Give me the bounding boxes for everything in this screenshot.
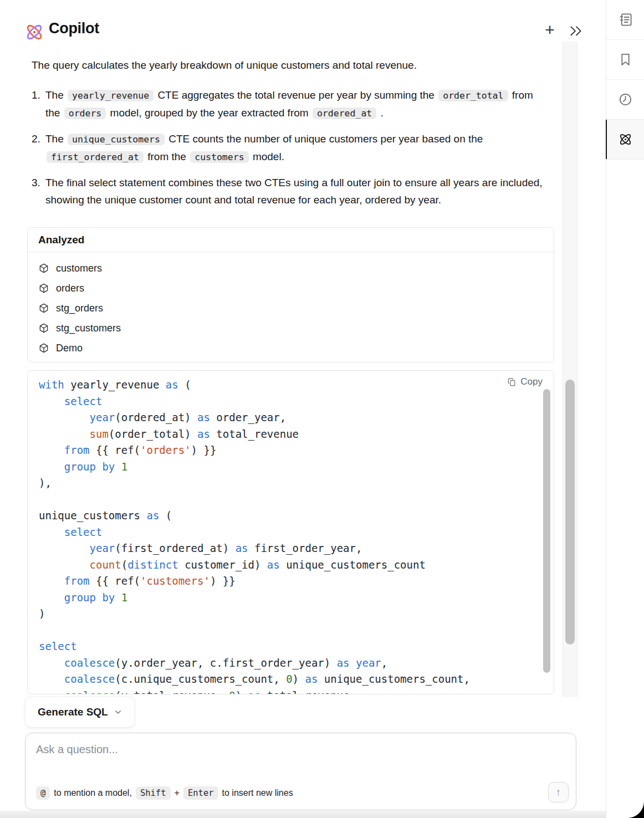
inline-code-chip: yearly_revenue (68, 90, 154, 101)
model-cube-icon (38, 342, 49, 354)
code-line: group by 1 (39, 459, 543, 476)
ask-question-input[interactable]: Ask a question... (36, 743, 118, 756)
window-bottom-edge (0, 811, 606, 818)
analyzed-model-row[interactable]: stg_customers (38, 318, 543, 338)
code-line: ), (39, 475, 543, 492)
code-line: count(distinct customer_id) as unique_cu… (39, 557, 543, 574)
inline-code-chip: @ (36, 786, 50, 800)
code-line: with yearly_revenue as ( (39, 377, 543, 393)
panel-scrollbar-track[interactable] (563, 42, 577, 697)
inline-code-chip: first_ordered_at (47, 151, 144, 163)
copy-label: Copy (520, 376, 543, 387)
chevron-down-icon (114, 708, 122, 716)
code-line: year(ordered_at) as order_year, (39, 410, 543, 426)
model-name: stg_customers (56, 323, 121, 334)
code-line: group by 1 (39, 590, 543, 606)
step-number: 1. (32, 86, 45, 122)
inline-code-chip: ordered_at (313, 108, 376, 119)
input-hints: @to mention a model,Shift+Enterto insert… (36, 786, 293, 800)
bookmark-icon (618, 52, 633, 67)
analyzed-card: Analyzed customers orders stg_orders stg… (27, 227, 554, 362)
analyzed-model-row[interactable]: orders (38, 278, 543, 298)
sidebar-item-copilot[interactable] (606, 120, 644, 160)
copilot-logo-icon (24, 22, 44, 42)
send-button[interactable]: ↑ (548, 782, 569, 802)
copy-button[interactable]: Copy (507, 376, 543, 387)
model-name: orders (56, 283, 84, 294)
chevrons-right-icon (569, 24, 583, 38)
step-text: The unique_customers CTE counts the numb… (45, 130, 549, 166)
code-line: coalesce(y.order_year, c.first_order_yea… (39, 655, 543, 672)
code-line: from {{ ref('orders') }} (39, 442, 543, 459)
sql-code-block: with yearly_revenue as ( select year(ord… (27, 370, 554, 694)
new-thread-button[interactable]: + (540, 20, 560, 40)
analyzed-title: Analyzed (28, 228, 554, 252)
window-corner (619, 800, 644, 818)
step-item: 1.The yearly_revenue CTE aggregates the … (32, 86, 549, 122)
window-corner-mask (619, 800, 644, 818)
step-text: The final select statement combines thes… (45, 174, 549, 208)
model-name: customers (56, 263, 102, 274)
step-item: 2.The unique_customers CTE counts the nu… (32, 130, 549, 166)
code-lines: with yearly_revenue as ( select year(ord… (28, 371, 554, 694)
model-name: stg_orders (56, 303, 103, 314)
collapse-panel-button[interactable] (569, 24, 583, 37)
model-cube-icon (38, 263, 49, 274)
code-line: coalesce(c.unique_customers_count, 0) as… (39, 671, 543, 688)
copilot-panel: Copilot + The query calculates the yearl… (0, 0, 644, 818)
step-item: 3.The final select statement combines th… (32, 174, 549, 208)
model-name: Demo (56, 342, 83, 354)
code-line: unique_customers as ( (39, 508, 543, 524)
code-line: ) (39, 606, 543, 622)
arrow-up-icon: ↑ (556, 786, 561, 798)
step-number: 2. (32, 130, 45, 166)
inline-code-chip: Shift (136, 786, 171, 800)
code-line (39, 622, 543, 639)
history-clock-icon (618, 92, 633, 107)
code-line: select (39, 524, 543, 541)
code-scrollbar-thumb[interactable] (543, 389, 550, 673)
notebook-icon (618, 12, 633, 27)
model-cube-icon (38, 323, 49, 334)
code-line: select (39, 638, 543, 655)
generate-sql-label: Generate SQL (38, 706, 108, 718)
panel-title: Copilot (49, 20, 99, 37)
code-line: coalesce(y.total_revenue, 0) as total_re… (39, 688, 543, 695)
analyzed-model-row[interactable]: customers (38, 258, 543, 278)
inline-code-chip: customers (190, 151, 248, 163)
sidebar-item-notebook[interactable] (606, 0, 644, 40)
model-cube-icon (38, 303, 49, 314)
inline-code-chip: Enter (183, 786, 218, 800)
analyzed-model-list: customers orders stg_orders stg_customer… (28, 252, 554, 362)
right-toolbar (606, 0, 644, 818)
step-text: The yearly_revenue CTE aggregates the to… (45, 86, 549, 122)
copilot-icon (618, 132, 633, 147)
panel-scrollbar-thumb[interactable] (565, 380, 575, 645)
analyzed-model-row[interactable]: stg_orders (38, 298, 543, 318)
summary-text: The query calculates the yearly breakdow… (32, 57, 541, 74)
inline-code-chip: order_total (438, 90, 508, 101)
code-line: from {{ ref('customers') }} (39, 573, 543, 590)
ask-question-box[interactable]: Ask a question... @to mention a model,Sh… (25, 733, 576, 810)
sidebar-item-history[interactable] (606, 80, 644, 120)
copy-icon (507, 377, 517, 387)
code-line: select (39, 393, 543, 410)
generate-sql-button[interactable]: Generate SQL (25, 697, 135, 728)
analyzed-model-row[interactable]: Demo (38, 338, 543, 358)
code-line: year(first_ordered_at) as first_order_ye… (39, 540, 543, 557)
step-number: 3. (32, 174, 45, 208)
inline-code-chip: unique_customers (68, 134, 165, 145)
inline-code-chip: orders (64, 108, 106, 119)
model-cube-icon (38, 283, 49, 294)
steps-list: 1.The yearly_revenue CTE aggregates the … (32, 86, 549, 217)
sidebar-item-bookmarks[interactable] (606, 40, 644, 80)
code-line: sum(order_total) as total_revenue (39, 426, 543, 443)
code-line (39, 492, 543, 508)
